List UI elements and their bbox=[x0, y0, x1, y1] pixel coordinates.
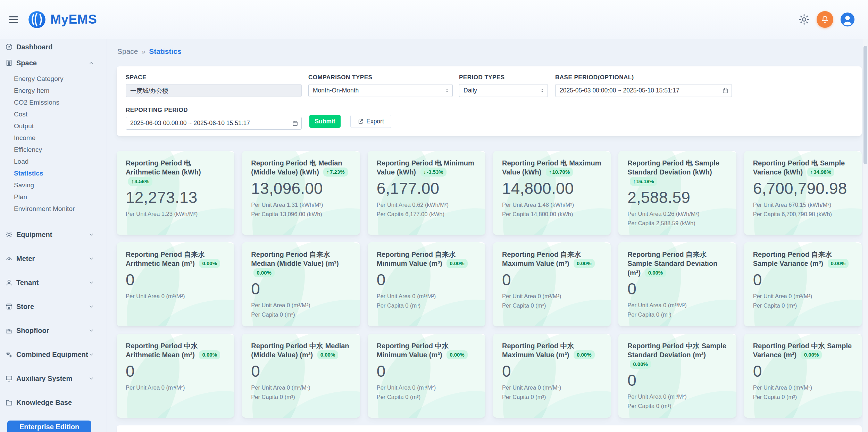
card-sublines: Per Unit Area 0 (m³/M²)Per Capita 0 (m³) bbox=[753, 292, 853, 310]
per-unit-line: Per Unit Area 0 (m³/M²) bbox=[502, 292, 602, 301]
reporting-period-input[interactable]: 2025-06-03 00:00:00 ~ 2025-06-10 15:51:1… bbox=[126, 117, 302, 130]
brand-logo[interactable]: MyEMS bbox=[28, 10, 97, 29]
sidebar-item-label: Equipment bbox=[16, 231, 52, 239]
sidebar-item-efficiency[interactable]: Efficiency bbox=[0, 144, 107, 156]
sidebar-item-knowledge-base[interactable]: Knowledge Base bbox=[0, 394, 107, 410]
reporting-period-label: REPORTING PERIOD bbox=[126, 107, 302, 114]
export-icon bbox=[358, 119, 364, 124]
sidebar-item-label: Auxiliary System bbox=[16, 375, 72, 383]
per-unit-line: Per Capita 0 (m³) bbox=[753, 301, 853, 310]
per-unit-line: Per Capita 13,096.00 (kWh) bbox=[251, 210, 351, 219]
sidebar-item-statistics[interactable]: Statistics bbox=[0, 168, 107, 179]
breadcrumb-current[interactable]: Statistics bbox=[149, 47, 181, 56]
card-title: Reporting Period 自来水 Minimum Value (m³) … bbox=[377, 250, 476, 268]
enterprise-edition-button[interactable]: Enterprise Edition bbox=[7, 421, 91, 432]
trend-badge: 0.00% bbox=[199, 350, 220, 359]
stat-card: Reporting Period 电 Sample Standard Devia… bbox=[618, 151, 736, 235]
per-unit-line: Per Unit Area 0.62 (kWh/M²) bbox=[377, 200, 476, 210]
sidebar-item-environment-monitor[interactable]: Environment Monitor bbox=[0, 203, 107, 215]
sidebar-item-meter[interactable]: Meter bbox=[0, 251, 107, 267]
sidebar-item-load[interactable]: Load bbox=[0, 156, 107, 168]
stat-card: Reporting Period 电 Minimum Value (kWh) ↓… bbox=[368, 151, 485, 235]
card-title: Reporting Period 电 Maximum Value (kWh) ↑… bbox=[502, 158, 602, 177]
sidebar-item-saving[interactable]: Saving bbox=[0, 179, 107, 191]
sidebar-item-output[interactable]: Output bbox=[0, 120, 107, 132]
sidebar-item-cost[interactable]: Cost bbox=[0, 108, 107, 120]
stat-card: Reporting Period 自来水 Maximum Value (m³) … bbox=[493, 242, 611, 326]
card-value: 0 bbox=[377, 362, 476, 381]
sidebar-item-energy-category[interactable]: Energy Category bbox=[0, 73, 107, 85]
per-unit-line: Per Unit Area 0 (m³/M²) bbox=[627, 301, 727, 310]
sidebar-item-auxiliary-system[interactable]: Auxiliary System bbox=[0, 370, 107, 386]
sidebar-item-combined-equipment[interactable]: Combined Equipment bbox=[0, 347, 107, 362]
chevron-down-icon bbox=[89, 256, 94, 261]
per-unit-line: Per Unit Area 0.26 (kWh/M²) bbox=[627, 209, 727, 219]
per-unit-line: Per Unit Area 0 (m³/M²) bbox=[377, 383, 476, 392]
user-avatar[interactable] bbox=[840, 11, 856, 27]
trend-badge: ↑34.98% bbox=[807, 168, 834, 177]
sidebar-item-energy-item[interactable]: Energy Item bbox=[0, 85, 107, 97]
folder-icon bbox=[5, 399, 13, 406]
per-unit-line: Per Capita 6,700,790.98 (kWh) bbox=[753, 210, 853, 219]
per-unit-line: Per Capita 0 (m³) bbox=[251, 310, 351, 319]
space-input[interactable]: 一度城/办公楼 bbox=[126, 84, 302, 97]
space-value: 一度城/办公楼 bbox=[130, 87, 168, 95]
sidebar-item-label: Combined Equipment bbox=[16, 351, 88, 359]
comparison-types-select[interactable]: Month-On-Month bbox=[308, 84, 453, 97]
card-title: Reporting Period 中水 Maximum Value (m³) 0… bbox=[502, 341, 602, 360]
sidebar-item-store[interactable]: Store bbox=[0, 299, 107, 315]
settings-gear-icon[interactable] bbox=[798, 13, 810, 26]
sidebar-item-tenant[interactable]: Tenant bbox=[0, 275, 107, 291]
trend-badge: 0.00% bbox=[828, 259, 849, 268]
card-title-text: Reporting Period 电 Sample Standard Devia… bbox=[627, 159, 719, 176]
card-inner: Reporting Period 电 Arithmetic Mean (kWh)… bbox=[117, 151, 234, 226]
trend-value: 7.23% bbox=[330, 169, 345, 175]
sidebar-item-equipment[interactable]: Equipment bbox=[0, 227, 107, 243]
trend-value: 0.00% bbox=[202, 260, 217, 266]
breadcrumb-space-link[interactable]: Space bbox=[117, 47, 138, 56]
period-types-select[interactable]: Daily bbox=[459, 84, 548, 97]
per-unit-line: Per Unit Area 670.15 (kWh/M²) bbox=[753, 200, 853, 210]
card-title: Reporting Period 中水 Minimum Value (m³) 0… bbox=[377, 341, 476, 360]
base-period-label: BASE PERIOD(OPTIONAL) bbox=[555, 74, 732, 81]
trend-badge: ↑4.58% bbox=[128, 177, 152, 186]
card-inner: Reporting Period 中水 Maximum Value (m³) 0… bbox=[493, 334, 611, 409]
card-title: Reporting Period 自来水 Maximum Value (m³) … bbox=[502, 250, 602, 268]
top-navbar: MyEMS bbox=[0, 0, 868, 39]
trend-value: 0.00% bbox=[577, 260, 592, 266]
per-unit-line: Per Unit Area 0 (m³/M²) bbox=[251, 383, 351, 392]
sidebar-item-shopfloor[interactable]: Shopfloor bbox=[0, 323, 107, 339]
per-unit-line: Per Capita 0 (m³) bbox=[627, 310, 727, 319]
card-sublines: Per Unit Area 0 (m³/M²) bbox=[126, 292, 225, 301]
card-sublines: Per Unit Area 0 (m³/M²)Per Capita 0 (m³) bbox=[251, 301, 351, 319]
per-unit-line: Per Unit Area 0 (m³/M²) bbox=[251, 301, 351, 310]
card-title-text: Reporting Period 中水 Sample Standard Devi… bbox=[627, 342, 726, 359]
card-value: 6,177.00 bbox=[377, 179, 476, 198]
card-value: 0 bbox=[251, 362, 351, 381]
scrollbar-thumb[interactable] bbox=[863, 46, 867, 164]
sidebar-item-co2-emissions[interactable]: CO2 Emissions bbox=[0, 97, 107, 108]
sidebar-item-income[interactable]: Income bbox=[0, 132, 107, 144]
card-sublines: Per Unit Area 0 (m³/M²)Per Capita 0 (m³) bbox=[627, 301, 727, 319]
sidebar-item-dashboard[interactable]: Dashboard bbox=[0, 39, 107, 55]
sidebar-item-label: Space bbox=[16, 59, 37, 67]
sidebar-item-plan[interactable]: Plan bbox=[0, 191, 107, 203]
base-period-input[interactable]: 2025-05-03 00:00:00 ~ 2025-05-10 15:51:1… bbox=[555, 84, 732, 97]
stat-card: Reporting Period 自来水 Sample Standard Dev… bbox=[618, 242, 736, 326]
card-title-text: Reporting Period 中水 Maximum Value (m³) bbox=[502, 342, 574, 359]
trend-badge: ↑10.70% bbox=[546, 168, 573, 177]
trend-value: 0.00% bbox=[633, 361, 648, 367]
card-title: Reporting Period 电 Median (Middle Value)… bbox=[251, 158, 351, 177]
menu-toggle-icon[interactable] bbox=[9, 16, 18, 23]
export-button[interactable]: Export bbox=[350, 115, 391, 128]
submit-button[interactable]: Submit bbox=[309, 115, 341, 128]
chevron-down-icon bbox=[89, 376, 94, 381]
trend-arrow-icon: ↑ bbox=[633, 178, 636, 184]
card-value: 2,588.59 bbox=[627, 188, 727, 207]
card-value: 0 bbox=[753, 271, 853, 289]
stats-grid: Reporting Period 电 Arithmetic Mean (kWh)… bbox=[117, 151, 862, 418]
notifications-button[interactable] bbox=[817, 11, 833, 28]
stat-card: Reporting Period 电 Median (Middle Value)… bbox=[242, 151, 360, 235]
select-arrows-icon bbox=[539, 88, 545, 93]
sidebar-item-space[interactable]: Space bbox=[0, 55, 107, 71]
